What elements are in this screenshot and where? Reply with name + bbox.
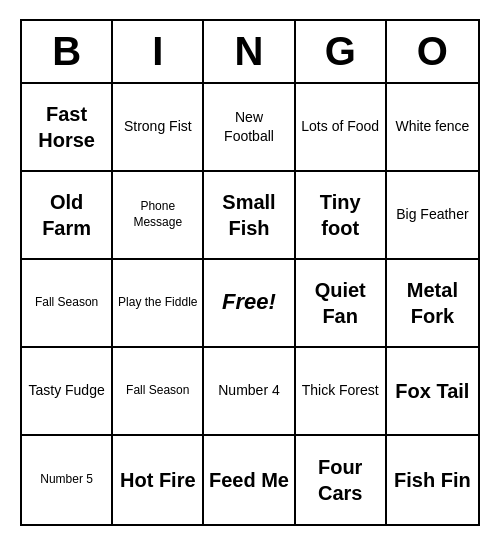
bingo-cell-12: Free! [204, 260, 295, 348]
bingo-cell-0: Fast Horse [22, 84, 113, 172]
bingo-cell-7: Small Fish [204, 172, 295, 260]
bingo-letter-n: N [204, 21, 295, 82]
bingo-cell-8: Tiny foot [296, 172, 387, 260]
bingo-cell-21: Hot Fire [113, 436, 204, 524]
bingo-cell-18: Thick Forest [296, 348, 387, 436]
bingo-cell-9: Big Feather [387, 172, 478, 260]
bingo-cell-4: White fence [387, 84, 478, 172]
bingo-card: BINGO Fast HorseStrong FistNew FootballL… [20, 19, 480, 526]
bingo-grid: Fast HorseStrong FistNew FootballLots of… [22, 84, 478, 524]
bingo-cell-6: Phone Message [113, 172, 204, 260]
bingo-cell-22: Feed Me [204, 436, 295, 524]
bingo-cell-17: Number 4 [204, 348, 295, 436]
bingo-cell-1: Strong Fist [113, 84, 204, 172]
bingo-cell-20: Number 5 [22, 436, 113, 524]
bingo-cell-3: Lots of Food [296, 84, 387, 172]
bingo-letter-i: I [113, 21, 204, 82]
bingo-cell-10: Fall Season [22, 260, 113, 348]
bingo-cell-14: Metal Fork [387, 260, 478, 348]
bingo-cell-5: Old Farm [22, 172, 113, 260]
bingo-cell-15: Tasty Fudge [22, 348, 113, 436]
bingo-letter-g: G [296, 21, 387, 82]
bingo-letter-o: O [387, 21, 478, 82]
bingo-cell-24: Fish Fin [387, 436, 478, 524]
bingo-cell-19: Fox Tail [387, 348, 478, 436]
bingo-header: BINGO [22, 21, 478, 84]
bingo-cell-11: Play the Fiddle [113, 260, 204, 348]
bingo-cell-13: Quiet Fan [296, 260, 387, 348]
bingo-cell-2: New Football [204, 84, 295, 172]
bingo-cell-16: Fall Season [113, 348, 204, 436]
bingo-cell-23: Four Cars [296, 436, 387, 524]
bingo-letter-b: B [22, 21, 113, 82]
